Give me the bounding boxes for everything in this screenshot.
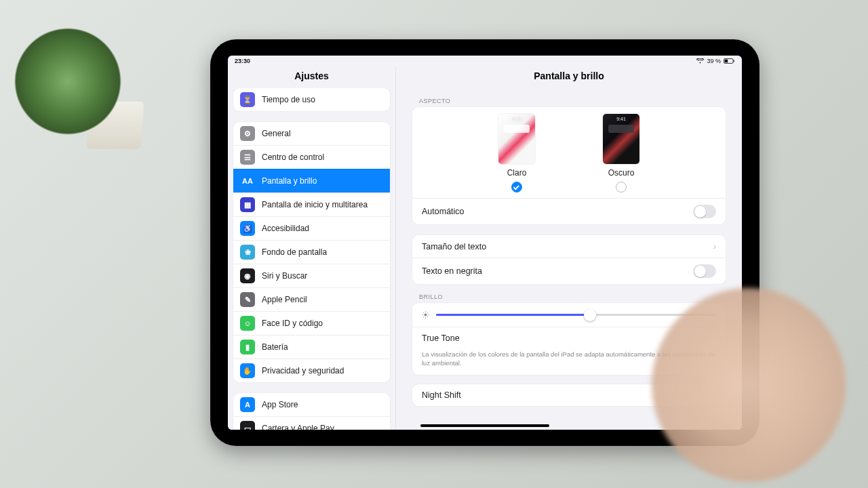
sidebar-item-label: Pantalla y brillo xyxy=(262,176,317,186)
status-bar: 23:30 39 % xyxy=(228,56,742,66)
bold-text-label: Texto en negrita xyxy=(422,266,482,276)
night-shift-cell[interactable]: Night Shift xyxy=(412,384,726,406)
bold-text-toggle[interactable] xyxy=(693,264,716,278)
battery-text: 39 % xyxy=(707,58,721,64)
automatic-toggle[interactable] xyxy=(693,205,716,218)
sidebar-item-label: Cartera y Apple Pay xyxy=(262,424,334,430)
sidebar-item[interactable]: ▮Batería xyxy=(233,335,390,359)
sidebar-item-label: Face ID y código xyxy=(262,319,323,328)
settings-sidebar: Ajustes ⏳Tiempo de uso⚙General☰Centro de… xyxy=(228,66,396,430)
battery-icon: ▮ xyxy=(240,340,255,354)
sidebar-item-label: Privacidad y seguridad xyxy=(262,366,344,375)
display-icon: AA xyxy=(240,174,255,188)
brightness-card: True Tone La visualización de los colore… xyxy=(412,303,726,375)
appearance-dark-radio[interactable] xyxy=(616,182,627,192)
sidebar-item[interactable]: ✎Apple Pencil xyxy=(233,287,390,311)
settings-detail: Pantalla y brillo ASPECTO 9:41 Claro xyxy=(396,66,742,430)
true-tone-cell[interactable]: True Tone xyxy=(412,327,726,349)
sidebar-item[interactable]: ▦Pantalla de inicio y multitarea xyxy=(233,192,390,216)
sidebar-item[interactable]: ❀Fondo de pantalla xyxy=(233,240,390,264)
sidebar-item[interactable]: ◉Siri y Buscar xyxy=(233,264,390,287)
sidebar-item[interactable]: ▭Cartera y Apple Pay xyxy=(233,416,390,430)
sidebar-item-label: Batería xyxy=(262,342,288,352)
home-indicator[interactable] xyxy=(420,424,549,427)
battery-status-icon xyxy=(724,58,735,64)
svg-line-8 xyxy=(423,312,424,313)
svg-line-9 xyxy=(427,317,428,317)
control-center-icon: ☰ xyxy=(240,150,255,165)
faceid-icon: ☺ xyxy=(240,316,255,331)
status-time: 23:30 xyxy=(235,58,250,64)
automatic-label: Automático xyxy=(422,207,465,216)
sidebar-item[interactable]: ☰Centro de control xyxy=(233,145,390,169)
sidebar-item[interactable]: ☺Face ID y código xyxy=(233,311,390,335)
true-tone-desc: La visualización de los colores de la pa… xyxy=(412,349,726,375)
appearance-light-option[interactable]: 9:41 Claro xyxy=(498,114,535,192)
text-size-cell[interactable]: Tamaño del texto › xyxy=(412,235,726,258)
brightness-slider[interactable] xyxy=(436,314,716,316)
sidebar-item-label: Pantalla de inicio y multitarea xyxy=(262,200,368,209)
appearance-light-radio[interactable] xyxy=(511,182,522,192)
brightness-header: BRILLO xyxy=(419,293,719,300)
wallet-icon: ▭ xyxy=(240,421,255,430)
text-card: Tamaño del texto › Texto en negrita xyxy=(412,235,726,284)
svg-line-10 xyxy=(427,312,428,313)
app-store-icon: A xyxy=(240,397,255,412)
night-shift-card: Night Shift xyxy=(412,384,726,406)
true-tone-label: True Tone xyxy=(422,333,460,343)
bold-text-cell[interactable]: Texto en negrita xyxy=(412,258,726,284)
appearance-dark-label: Oscuro xyxy=(603,168,639,178)
siri-icon: ◉ xyxy=(240,268,255,283)
page-title: Pantalla y brillo xyxy=(396,66,742,88)
general-icon: ⚙ xyxy=(240,126,255,141)
sidebar-item-label: General xyxy=(262,129,291,138)
sidebar-item[interactable]: ⏳Tiempo de uso xyxy=(233,88,390,111)
brightness-slider-thumb[interactable] xyxy=(584,309,596,321)
appearance-light-thumb: 9:41 xyxy=(498,114,535,164)
sidebar-title: Ajustes xyxy=(228,66,395,88)
wallpaper-icon: ❀ xyxy=(240,245,255,260)
svg-rect-2 xyxy=(734,60,734,62)
appearance-dark-option[interactable]: 9:41 Oscuro xyxy=(603,114,639,192)
pencil-icon: ✎ xyxy=(240,292,255,307)
wifi-icon xyxy=(696,58,704,64)
aspect-header: ASPECTO xyxy=(419,98,719,104)
brightness-low-icon xyxy=(422,311,429,319)
sidebar-item-label: Apple Pencil xyxy=(262,295,307,304)
sidebar-item[interactable]: AApp Store xyxy=(233,393,390,416)
privacy-icon: ✋ xyxy=(240,363,255,378)
accessibility-icon: ♿ xyxy=(240,221,255,236)
sidebar-item-label: Centro de control xyxy=(262,152,324,162)
sidebar-item[interactable]: ⚙General xyxy=(233,122,390,145)
svg-line-11 xyxy=(423,317,424,317)
appearance-dark-thumb: 9:41 xyxy=(603,114,639,164)
sidebar-item-label: Fondo de pantalla xyxy=(262,247,327,257)
device-frame: 23:30 39 % Ajustes ⏳Tiempo de uso⚙Genera… xyxy=(210,39,760,446)
sidebar-item[interactable]: ✋Privacidad y seguridad xyxy=(233,359,390,382)
sidebar-item-label: App Store xyxy=(262,400,298,409)
sidebar-item-label: Accesibilidad xyxy=(262,224,309,233)
screen-time-icon: ⏳ xyxy=(240,92,255,107)
svg-point-3 xyxy=(424,313,427,316)
appearance-card: 9:41 Claro 9:41 xyxy=(412,107,726,224)
sidebar-item[interactable]: AAPantalla y brillo xyxy=(233,169,390,192)
svg-rect-1 xyxy=(725,60,728,63)
sidebar-item-label: Tiempo de uso xyxy=(262,95,315,104)
home-screen-icon: ▦ xyxy=(240,197,255,212)
automatic-cell[interactable]: Automático xyxy=(412,198,726,224)
sidebar-item[interactable]: ♿Accesibilidad xyxy=(233,216,390,240)
chevron-right-icon: › xyxy=(713,241,716,251)
text-size-label: Tamaño del texto xyxy=(422,242,486,251)
appearance-light-label: Claro xyxy=(498,168,535,178)
sidebar-item-label: Siri y Buscar xyxy=(262,271,307,281)
night-shift-label: Night Shift xyxy=(422,390,461,400)
